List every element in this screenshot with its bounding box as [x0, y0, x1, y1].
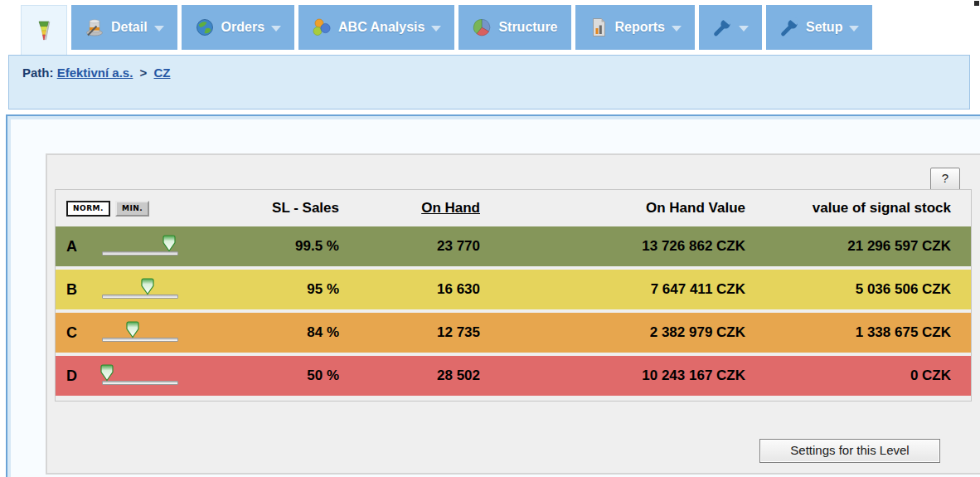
detail-hat-icon [85, 17, 104, 37]
wrench-icon [712, 17, 732, 37]
table-body: A 99.5 % 23 770 13 726 862 CZK 21 296 59… [56, 226, 971, 396]
on-hand-value-czk: 7 647 411 CZK [480, 281, 745, 298]
table-row-c: C 84 % 12 735 2 382 979 CZK 1 338 675 CZ… [56, 313, 971, 353]
class-label: D [66, 367, 90, 385]
chevron-down-icon [154, 26, 164, 32]
slider-thumb[interactable] [140, 278, 156, 295]
tab-label-detail: Detail [111, 20, 148, 35]
breadcrumb-separator: > [137, 66, 151, 80]
tab-setup[interactable]: Setup [766, 5, 872, 50]
signal-stock-value-czk: 5 036 506 CZK [745, 281, 971, 298]
tab-home[interactable] [21, 5, 67, 56]
signal-stock-value-czk: 21 296 597 CZK [745, 238, 971, 255]
column-header-on-hand[interactable]: On Hand [339, 200, 480, 217]
abc-analysis-spheres-icon [312, 17, 332, 37]
slider-thumb[interactable] [161, 235, 177, 252]
abc-class-table: NORM. MIN. SL - Sales On Hand On Hand Va… [55, 189, 972, 402]
tab-bar: Detail Orders ABC Anal [21, 5, 872, 56]
tab-label-reports: Reports [615, 20, 665, 35]
sl-sales-value: 50 % [230, 367, 339, 384]
sl-sales-value: 84 % [230, 324, 339, 341]
tab-orders[interactable]: Orders [182, 5, 294, 50]
sl-sales-value: 95 % [230, 281, 339, 298]
on-hand-value-czk: 13 726 862 CZK [480, 238, 745, 255]
on-hand-value-czk: 10 243 167 CZK [480, 367, 745, 384]
table-row-b: B 95 % 16 630 7 647 411 CZK 5 036 506 CZ… [56, 270, 971, 309]
tab-structure[interactable]: Structure [458, 5, 570, 50]
scrollbar-corner-artifact [974, 1, 979, 6]
class-label: A [66, 238, 90, 256]
slider-thumb[interactable] [99, 364, 115, 382]
reports-document-icon [589, 17, 609, 37]
on-hand-value-czk: 2 382 979 CZK [480, 324, 745, 341]
tab-reports[interactable]: Reports [575, 5, 695, 50]
tab-label-setup: Setup [806, 20, 842, 35]
tab-label-structure: Structure [498, 20, 557, 35]
class-label: B [66, 281, 90, 299]
service-level-slider[interactable] [102, 321, 178, 344]
class-label: C [66, 324, 90, 342]
table-row-a: A 99.5 % 23 770 13 726 862 CZK 21 296 59… [56, 226, 971, 266]
on-hand-value: 16 630 [339, 281, 480, 298]
column-header-sl-sales: SL - Sales [230, 200, 339, 217]
on-hand-value: 12 735 [339, 324, 480, 341]
slider-thumb[interactable] [124, 321, 140, 338]
tab-detail[interactable]: Detail [71, 5, 177, 50]
breadcrumb-link-company[interactable]: Efektivní a.s. [57, 66, 133, 80]
norm-button[interactable]: NORM. [66, 201, 110, 217]
chevron-down-icon [271, 26, 281, 32]
chevron-down-icon [431, 26, 441, 32]
chevron-down-icon [739, 26, 749, 32]
on-hand-value: 23 770 [339, 238, 480, 255]
breadcrumb-link-cz[interactable]: CZ [154, 66, 171, 80]
min-button[interactable]: MIN. [115, 201, 149, 217]
column-header-on-hand-value: On Hand Value [480, 200, 745, 217]
on-hand-value: 28 502 [339, 367, 480, 384]
table-row-d: D 50 % 28 502 10 243 167 CZK 0 CZK [56, 356, 971, 396]
structure-pie-icon [472, 17, 492, 37]
app-window: Detail Orders ABC Anal [0, 0, 980, 477]
chevron-down-icon [849, 26, 859, 32]
mode-buttons: NORM. MIN. [66, 201, 230, 217]
settings-for-level-button[interactable]: Settings for this Level [759, 439, 940, 463]
orders-globe-icon [195, 17, 215, 37]
tab-abc-analysis[interactable]: ABC Analysis [298, 5, 454, 50]
abc-settings-panel: ? NORM. MIN. SL - Sales On Hand On Hand … [46, 153, 980, 475]
column-header-signal-stock: value of signal stock [745, 200, 971, 217]
breadcrumb: Path: Efektivní a.s. > CZ [8, 55, 970, 110]
service-level-slider[interactable] [102, 364, 178, 387]
table-header-row: NORM. MIN. SL - Sales On Hand On Hand Va… [56, 190, 971, 226]
tab-tools[interactable] [699, 5, 762, 50]
tab-label-orders: Orders [221, 20, 264, 35]
tab-label-abc-analysis: ABC Analysis [338, 20, 425, 35]
service-level-slider[interactable] [102, 235, 178, 258]
path-label: Path: [22, 66, 54, 80]
signal-stock-value-czk: 0 CZK [745, 367, 971, 384]
abc-funnel-icon [34, 20, 54, 41]
service-level-slider[interactable] [102, 278, 178, 301]
help-button[interactable]: ? [930, 168, 960, 191]
sl-sales-value: 99.5 % [230, 238, 339, 255]
chevron-down-icon [672, 26, 682, 32]
setup-wrench-icon [779, 17, 799, 37]
signal-stock-value-czk: 1 338 675 CZK [745, 324, 971, 341]
